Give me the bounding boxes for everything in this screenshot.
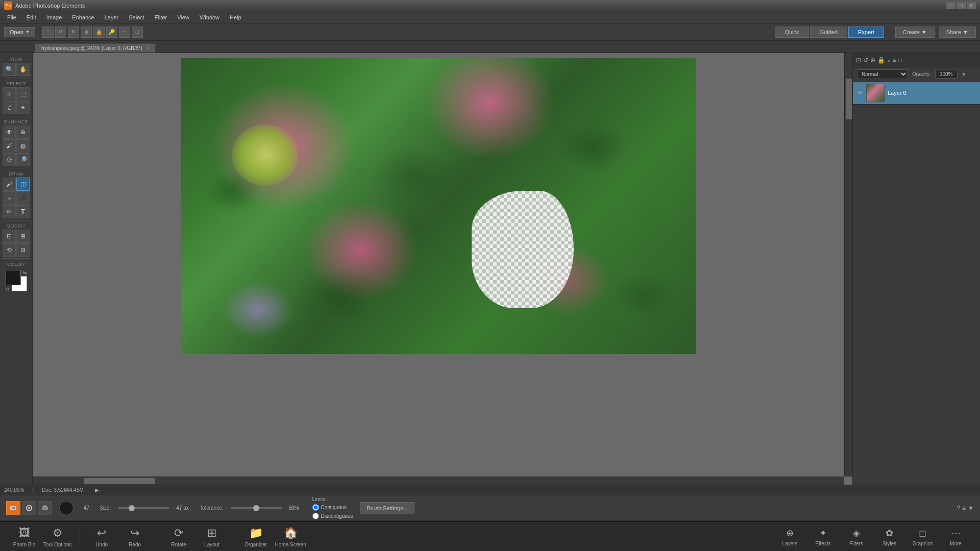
opacity-input[interactable]	[935, 70, 958, 79]
canvas-container[interactable]	[33, 53, 844, 477]
spot-heal[interactable]: ⊕	[16, 126, 30, 139]
content-aware[interactable]: ⟲	[3, 243, 16, 257]
lasso-tool[interactable]: 𝓛	[3, 101, 16, 114]
dock-tool-options[interactable]: ⚙ Tool Options	[43, 527, 72, 547]
menu-layer[interactable]: Layer	[100, 11, 124, 23]
dock-organizer[interactable]: 📁 Organizer	[242, 527, 270, 547]
dock-layers[interactable]: ⊕ Layers	[776, 528, 804, 546]
menu-edit[interactable]: Edit	[21, 11, 41, 23]
mode-guided[interactable]: Guided	[810, 27, 847, 38]
tab-close[interactable]: ×	[146, 46, 149, 51]
text-tool[interactable]: T	[16, 205, 30, 218]
menu-help[interactable]: Help	[225, 11, 247, 23]
mode-quick[interactable]: Quick	[775, 27, 808, 38]
panel-icon-7[interactable]: □	[898, 57, 902, 64]
brush-tool[interactable]: 🖌	[3, 178, 16, 191]
toolbar-icon-6[interactable]: 🔑	[106, 27, 117, 38]
menu-enhance[interactable]: Enhance	[67, 11, 99, 23]
discontiguous-radio[interactable]	[312, 513, 319, 519]
crop-tool[interactable]: ⊡	[3, 230, 16, 243]
brush-settings-button[interactable]: Brush Settings...	[360, 502, 414, 514]
layer-item[interactable]: 👁 Layer 0	[853, 82, 980, 105]
mode-expert[interactable]: Expert	[848, 27, 884, 38]
divider-3	[3, 168, 30, 168]
dock-rotate[interactable]: ⟳ Rotate	[165, 527, 193, 547]
menu-image[interactable]: Image	[41, 11, 67, 23]
toolbar-icon-3[interactable]: ↻	[68, 27, 79, 38]
dock-home-screen[interactable]: 🏠 Home Screen	[275, 527, 306, 547]
dock-effects[interactable]: ✦ Effects	[809, 528, 837, 546]
blur-tool[interactable]: ◍	[16, 139, 30, 153]
foreground-color[interactable]	[6, 270, 21, 285]
v-scroll-thumb[interactable]	[846, 79, 852, 119]
options-list-icon[interactable]: ≡	[962, 505, 966, 512]
pencil-tool[interactable]: ✏	[3, 205, 16, 218]
layer-visibility-icon[interactable]: 👁	[857, 89, 863, 96]
h-scroll-thumb[interactable]	[84, 478, 155, 484]
dock-graphics[interactable]: ◻ Graphics	[909, 528, 937, 546]
toolbar-icon-8[interactable]: □	[132, 27, 143, 38]
menu-filter[interactable]: Filter	[150, 11, 172, 23]
panel-icon-3[interactable]: ⊕	[870, 57, 875, 64]
toolbar-icon-5[interactable]: 🔒	[93, 27, 105, 38]
sub-eraser-1[interactable]	[6, 501, 20, 515]
options-help-icon[interactable]: ?	[957, 505, 960, 512]
dock-more[interactable]: ⋯ More	[942, 528, 970, 546]
sub-eraser-3[interactable]	[38, 501, 52, 515]
dock-undo[interactable]: ↩ Undo	[88, 527, 116, 547]
dock-photo-bin[interactable]: 🖼 Photo Bin	[10, 527, 38, 547]
minimize-button[interactable]: —	[946, 2, 955, 9]
fill-pattern[interactable]: ⬛	[16, 191, 30, 205]
marquee-tool[interactable]: ⬚	[16, 87, 30, 101]
create-button[interactable]: Create ▼	[895, 27, 935, 38]
panel-icon-5[interactable]: ⬦	[887, 57, 891, 64]
magic-zoom[interactable]: 🔎	[16, 153, 30, 166]
options-expand-icon[interactable]: ▼	[968, 505, 974, 512]
dock-layout[interactable]: ⊞ Layout	[198, 527, 226, 547]
size-slider[interactable]	[118, 507, 169, 509]
open-button[interactable]: Open ▼	[4, 27, 35, 37]
magic-wand[interactable]: ✦	[16, 101, 30, 114]
canvas-image[interactable]	[181, 58, 696, 354]
panel-icon-6[interactable]: ≡	[893, 57, 896, 64]
brush-enhance[interactable]: 🖌	[3, 139, 16, 153]
toolbar-icon-2[interactable]: ↺	[55, 27, 66, 38]
menu-window[interactable]: Window	[194, 11, 225, 23]
color-swatches[interactable]: ⇆ ⊙	[6, 270, 27, 291]
file-tab[interactable]: hydrangeas.jpeg @ 240% (Layer 0, RGB/8*)…	[35, 43, 156, 53]
dock-filters[interactable]: ◈ Filters	[842, 528, 870, 546]
menu-file[interactable]: File	[2, 11, 21, 23]
menu-select[interactable]: Select	[124, 11, 150, 23]
panel-icon-4[interactable]: 🔒	[877, 57, 885, 64]
hand-tool[interactable]: ✋	[16, 63, 30, 76]
dock-redo[interactable]: ↪ Redo	[121, 527, 149, 547]
panel-icon-1[interactable]: ⊡	[856, 57, 861, 64]
dodge-burn[interactable]: ⚆	[3, 153, 16, 166]
straighten[interactable]: ⊟	[16, 243, 30, 257]
recompose[interactable]: ⊞	[16, 230, 30, 243]
toolbar-icon-1[interactable]: ⬚	[42, 27, 54, 38]
vertical-scrollbar[interactable]	[844, 53, 852, 477]
eye-tool[interactable]: 👁	[3, 126, 16, 139]
tolerance-slider[interactable]	[231, 507, 282, 509]
swap-colors-icon[interactable]: ⇆	[23, 270, 27, 275]
window-controls[interactable]: — □ ✕	[946, 2, 976, 9]
toolbar-icon-7[interactable]: ≡	[119, 27, 130, 38]
contiguous-radio[interactable]	[312, 504, 319, 511]
opacity-dropdown-arrow[interactable]: ▼	[962, 72, 966, 77]
close-button[interactable]: ✕	[967, 2, 976, 9]
horizontal-scrollbar[interactable]	[33, 477, 844, 485]
sub-eraser-2[interactable]	[22, 501, 36, 515]
maximize-button[interactable]: □	[957, 2, 966, 9]
blend-mode-select[interactable]: Normal	[857, 69, 908, 79]
paint-bucket[interactable]: ⬦	[3, 191, 16, 205]
move-tool[interactable]: ⊹	[3, 87, 16, 101]
zoom-tool[interactable]: 🔍	[3, 63, 16, 76]
eraser-tool[interactable]: ◫	[16, 178, 30, 191]
share-button[interactable]: Share ▼	[939, 27, 976, 38]
dock-styles[interactable]: ✿ Styles	[875, 528, 903, 546]
menu-view[interactable]: View	[172, 11, 194, 23]
toolbar-icon-4[interactable]: ⊕	[81, 27, 92, 38]
reset-colors-icon[interactable]: ⊙	[6, 287, 9, 291]
panel-icon-2[interactable]: ↺	[863, 57, 868, 64]
